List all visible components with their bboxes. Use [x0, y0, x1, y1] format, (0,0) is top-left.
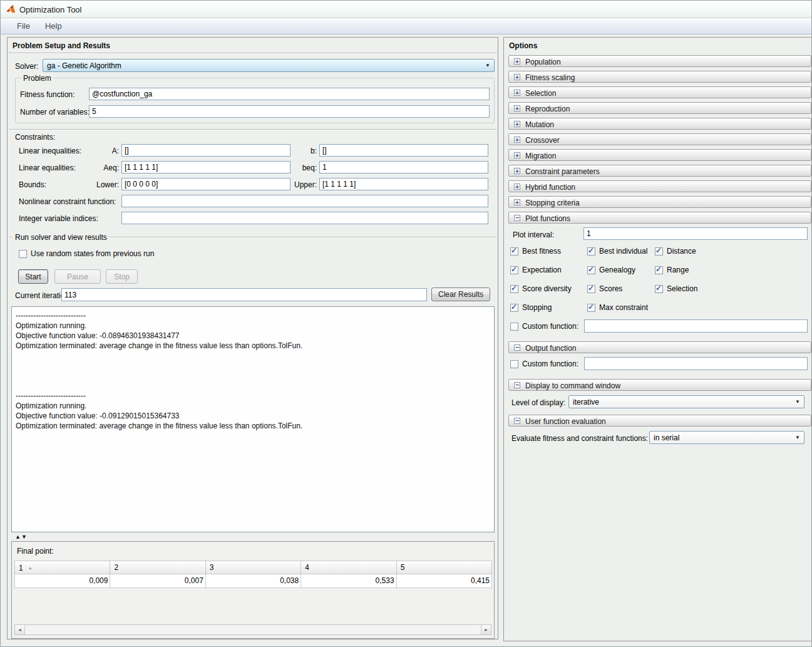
range-checkbox[interactable]: ✓	[655, 266, 663, 274]
menu-help[interactable]: Help	[38, 19, 69, 33]
menu-file[interactable]: File	[9, 19, 38, 33]
expectation-checkbox[interactable]: ✓	[510, 266, 518, 274]
a-input[interactable]	[121, 144, 290, 157]
final-point-value-2[interactable]: 0,007	[110, 574, 205, 588]
clear-results-button[interactable]: Clear Results	[431, 287, 490, 301]
check-icon: ✓	[511, 284, 517, 292]
collapse-minus-icon[interactable]	[514, 215, 520, 221]
plot-custom-function-input[interactable]	[584, 319, 808, 333]
check-icon: ✓	[655, 246, 662, 255]
expand-plus-icon[interactable]	[514, 90, 520, 96]
range-label: Range	[667, 266, 689, 274]
section-display-command-window[interactable]: Display to command window	[508, 379, 811, 391]
collapse-minus-icon[interactable]	[514, 382, 520, 388]
column-header-1[interactable]: 1▲	[14, 561, 110, 574]
column-header-4[interactable]: 4	[301, 561, 396, 574]
stopping-checkbox[interactable]: ✓	[510, 304, 518, 312]
section-crossover[interactable]: Crossover	[508, 133, 811, 145]
collapse-minus-icon[interactable]	[514, 344, 520, 351]
solver-dropdown[interactable]: ga - Genetic Algorithm ▼	[43, 59, 495, 72]
expand-plus-icon[interactable]	[514, 121, 520, 127]
level-of-display-dropdown[interactable]: iterative ▼	[568, 395, 804, 408]
section-constraint-parameters[interactable]: Constraint parameters	[508, 165, 811, 177]
section-population[interactable]: Population	[508, 55, 811, 67]
genealogy-checkbox[interactable]: ✓	[587, 266, 595, 274]
section-label: Plot functions	[525, 214, 570, 223]
collapse-minus-icon[interactable]	[514, 418, 520, 424]
results-output[interactable]: ---------------------------- Optimizatio…	[11, 306, 495, 532]
column-header-3[interactable]: 3	[206, 561, 301, 574]
scroll-left-icon[interactable]: ◄	[15, 625, 25, 634]
expand-plus-icon[interactable]	[514, 137, 520, 143]
expand-plus-icon[interactable]	[514, 105, 520, 111]
score-diversity-checkbox[interactable]: ✓	[510, 285, 518, 293]
section-user-function-evaluation[interactable]: User function evaluation	[508, 415, 811, 427]
menu-bar: File Help	[1, 18, 811, 34]
expand-plus-icon[interactable]	[514, 168, 520, 174]
chevron-down-icon: ▼	[485, 63, 490, 68]
section-label: Fitness scaling	[525, 73, 575, 82]
num-variables-input[interactable]	[89, 105, 490, 118]
stop-button[interactable]: Stop	[106, 269, 138, 284]
level-of-display-label: Level of display:	[511, 398, 565, 407]
expand-plus-icon[interactable]	[514, 58, 520, 65]
check-icon: ✓	[511, 303, 517, 311]
section-fitness-scaling[interactable]: Fitness scaling	[508, 71, 811, 83]
best-individual-checkbox[interactable]: ✓	[587, 247, 595, 256]
use-random-states-checkbox[interactable]: ✓	[19, 250, 27, 258]
plot-interval-input[interactable]	[583, 227, 808, 240]
final-point-value-3[interactable]: 0,038	[206, 574, 301, 588]
section-hybrid-function[interactable]: Hybrid function	[508, 180, 811, 192]
beq-input[interactable]	[319, 161, 488, 173]
nonlinear-constraint-input[interactable]	[121, 195, 488, 207]
output-custom-function-input[interactable]	[584, 357, 808, 370]
aeq-input[interactable]	[121, 161, 290, 173]
section-label: Mutation	[525, 120, 554, 129]
distance-checkbox[interactable]: ✓	[655, 247, 663, 256]
final-point-panel: Final point: 1▲ 2 3 4 5 0,009 0,007 0,03…	[11, 541, 495, 639]
lower-input[interactable]	[121, 178, 290, 190]
expand-plus-icon[interactable]	[514, 184, 520, 190]
linear-inequalities-label: Linear inequalities:	[19, 147, 81, 155]
expand-plus-icon[interactable]	[514, 199, 520, 205]
expand-plus-icon[interactable]	[514, 152, 520, 158]
upper-input[interactable]	[319, 178, 488, 190]
output-custom-function-checkbox[interactable]: ✓	[510, 360, 518, 368]
aeq-label: Aeq:	[89, 163, 119, 172]
scroll-right-icon[interactable]: ►	[481, 625, 491, 634]
section-reproduction[interactable]: Reproduction	[508, 102, 811, 114]
scores-checkbox[interactable]: ✓	[587, 285, 595, 293]
final-point-value-5[interactable]: 0,415	[397, 574, 492, 588]
section-plot-functions[interactable]: Plot functions	[508, 212, 811, 224]
fitness-function-input[interactable]	[89, 88, 490, 100]
evaluate-functions-label: Evaluate fitness and constraint function…	[511, 434, 648, 443]
section-stopping-criteria[interactable]: Stopping criteria	[508, 196, 811, 208]
expand-plus-icon[interactable]	[514, 74, 520, 80]
final-point-value-1[interactable]: 0,009	[14, 574, 110, 588]
panel-title-options: Options	[509, 41, 537, 50]
final-point-value-4[interactable]: 0,533	[301, 574, 396, 588]
column-header-5[interactable]: 5	[397, 561, 492, 574]
b-input[interactable]	[319, 144, 488, 157]
best-fitness-checkbox[interactable]: ✓	[510, 247, 518, 256]
max-constraint-checkbox[interactable]: ✓	[587, 304, 595, 312]
section-migration[interactable]: Migration	[508, 149, 811, 161]
horizontal-scrollbar[interactable]: ◄ ►	[14, 624, 491, 635]
selection-checkbox[interactable]: ✓	[655, 285, 663, 293]
scores-label: Scores	[599, 284, 622, 293]
chevron-down-icon: ▼	[795, 399, 800, 405]
pause-button[interactable]: Pause	[54, 269, 101, 284]
column-header-2[interactable]: 2	[110, 561, 205, 574]
start-button[interactable]: Start	[18, 269, 48, 284]
evaluate-functions-dropdown[interactable]: in serial ▼	[649, 431, 804, 444]
section-output-function[interactable]: Output function	[508, 341, 811, 353]
splitter-handle[interactable]: ▲▼	[15, 534, 28, 540]
integer-indices-input[interactable]	[121, 212, 488, 224]
level-of-display-value: iterative	[573, 398, 599, 406]
section-selection[interactable]: Selection	[508, 86, 811, 98]
plot-custom-function-checkbox[interactable]: ✓	[510, 323, 518, 331]
current-iteration-field[interactable]	[61, 288, 427, 301]
distance-label: Distance	[667, 247, 696, 256]
section-mutation[interactable]: Mutation	[508, 118, 811, 130]
problem-setup-panel: Problem Setup and Results Solver: ga - G…	[7, 37, 498, 639]
